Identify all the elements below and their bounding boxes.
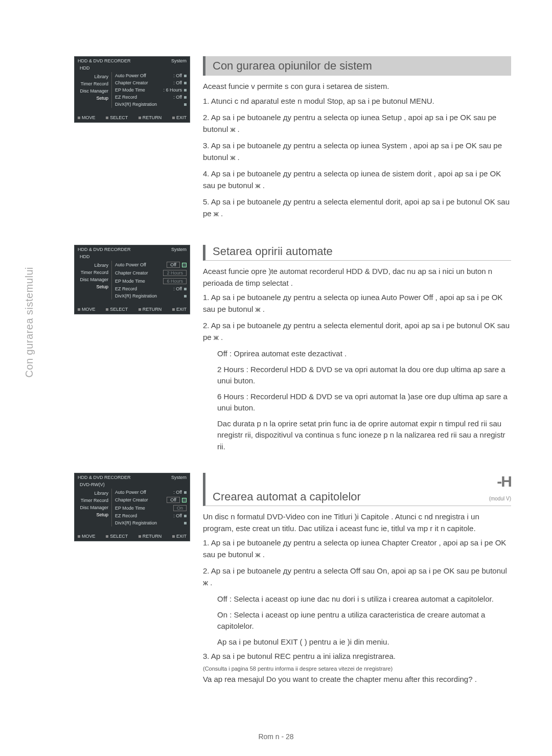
disc-mode-sub: (modul V) — [489, 496, 511, 501]
sec2-step-2: 2. Ap sa i pe butoanele ду pentru a sele… — [203, 320, 511, 343]
sec3-intro: Un disc n formatul DVD-Video con ine Tit… — [203, 511, 511, 534]
section-1-title: Con gurarea opiunilor de sistem — [203, 56, 511, 76]
sec2-intro: Aceast funcie opre )te automat recorderu… — [203, 266, 511, 289]
sec1-step-4: 4. Ap sa i pe butoanele ду pentru a sele… — [203, 168, 511, 191]
osd-panel-3: HDD & DVD RECORDERSystem DVD-RW(V) Libra… — [74, 473, 190, 541]
sec3-bullet-1: Off : Selecta i aceast op iune dac nu do… — [217, 593, 511, 605]
osd-panel-2: HDD & DVD RECORDERSystem HDD Library Tim… — [74, 245, 190, 314]
section-2-title: Setarea opririi automate — [203, 245, 511, 261]
osd-panel-1: HDD & DVD RECORDERSystem HDD Library Tim… — [74, 56, 190, 123]
side-label: Con gurarea sistemului — [24, 267, 35, 378]
sec1-step-3: 3. Ap sa i pe butoanele ду pentru a sele… — [203, 140, 511, 163]
section-3-title: Crearea automat a capitolelor -H (modul … — [203, 473, 511, 506]
disc-icon: -H — [497, 473, 511, 490]
sec3-bullet-2: On : Selecta i aceast op iune pentru a u… — [217, 609, 511, 632]
sec1-step-2: 2. Ap sa i pe butoanele ду pentru a sele… — [203, 112, 511, 135]
sec2-note: Dac durata p n la oprire setat prin func… — [217, 418, 511, 453]
sec1-step-5: 5. Ap sa i pe butoanele ду pentru a sele… — [203, 196, 511, 219]
sec2-bullet-2: 2 Hours : Recorderul HDD & DVD se va opr… — [217, 364, 511, 387]
sec2-bullet-3: 6 Hours : Recorderul HDD & DVD se va opr… — [217, 391, 511, 414]
page-footer: Rom n - 28 — [0, 732, 552, 741]
sec3-step-1: 1. Ap sa i pe butoanele ду pentru a sele… — [203, 537, 511, 560]
sec1-step-1: 1. Atunci c nd aparatul este n modul Sto… — [203, 96, 511, 107]
sec3-step-3: 3. Ap sa i pe butonul REC pentru a ini i… — [203, 651, 511, 685]
sec2-step-1: 1. Ap sa i pe butoanele ду pentru a sele… — [203, 292, 511, 315]
sec3-exit-line: Ap sa i pe butonul EXIT ( ) pentru a ie … — [217, 636, 511, 648]
sec2-bullet-1: Off : Oprirea automat este dezactivat . — [217, 348, 511, 360]
sec3-step-2: 2. Ap sa i pe butoanele ду pentru a sele… — [203, 565, 511, 588]
sec1-intro: Aceast funcie v permite s con gura i set… — [203, 81, 511, 93]
